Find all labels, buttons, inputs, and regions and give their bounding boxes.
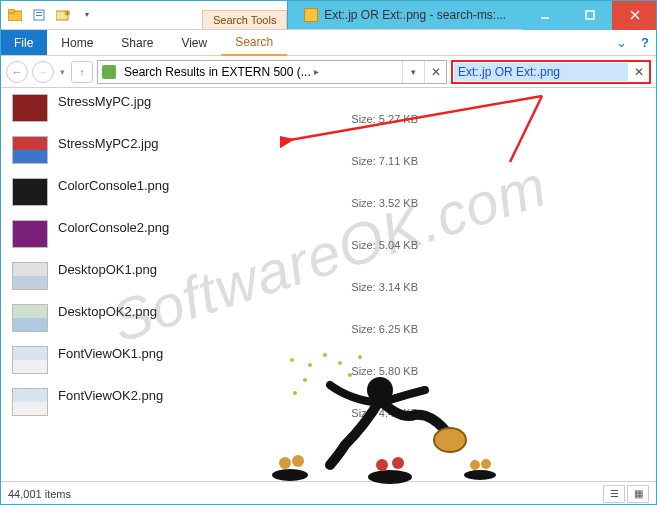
- help-icon[interactable]: ?: [633, 30, 657, 55]
- tab-search[interactable]: Search: [221, 30, 287, 56]
- tab-view[interactable]: View: [167, 30, 221, 55]
- address-dropdown-icon[interactable]: ▾: [402, 61, 424, 83]
- context-tab-search-tools[interactable]: Search Tools: [202, 10, 287, 29]
- qat-dropdown-icon[interactable]: ▾: [76, 4, 98, 26]
- file-name: ColorConsole1.png: [58, 178, 649, 193]
- close-button[interactable]: [612, 0, 657, 30]
- svg-rect-1: [8, 9, 14, 13]
- forward-button[interactable]: →: [32, 61, 54, 83]
- file-name: ColorConsole2.png: [58, 220, 649, 235]
- minimize-button[interactable]: [522, 0, 567, 30]
- chevron-right-icon[interactable]: ▸: [314, 66, 319, 77]
- file-name: FontViewOK1.png: [58, 346, 649, 361]
- file-thumbnail: [12, 94, 48, 122]
- svg-rect-4: [36, 15, 42, 16]
- list-item[interactable]: FontViewOK1.png Size: 5.80 KB: [4, 342, 657, 384]
- refresh-icon[interactable]: ✕: [424, 61, 446, 83]
- file-name: StressMyPC.jpg: [58, 94, 649, 109]
- file-size: Size: 5.27 KB: [58, 113, 418, 125]
- file-name: StressMyPC2.jpg: [58, 136, 649, 151]
- details-view-button[interactable]: ☰: [603, 485, 625, 503]
- file-name: FontViewOK2.png: [58, 388, 649, 403]
- file-size: Size: 7.11 KB: [58, 155, 418, 167]
- file-name: DesktopOK2.png: [58, 304, 649, 319]
- search-box[interactable]: ✕: [451, 60, 651, 84]
- file-size: Size: 3.14 KB: [58, 281, 418, 293]
- tab-home[interactable]: Home: [47, 30, 107, 55]
- breadcrumb-segment[interactable]: Search Results in EXTERN 500 (... ▸: [120, 65, 323, 79]
- file-size: Size: 3.52 KB: [58, 197, 418, 209]
- address-bar[interactable]: Search Results in EXTERN 500 (... ▸ ▾ ✕: [97, 60, 447, 84]
- file-size: Size: 5.04 KB: [58, 239, 418, 251]
- file-size: Size: 5.80 KB: [58, 365, 418, 377]
- file-thumbnail: [12, 346, 48, 374]
- file-thumbnail: [12, 304, 48, 332]
- list-item[interactable]: ColorConsole1.png Size: 3.52 KB: [4, 174, 657, 216]
- icons-view-button[interactable]: ▦: [627, 485, 649, 503]
- list-item[interactable]: ColorConsole2.png Size: 5.04 KB: [4, 216, 657, 258]
- list-item[interactable]: StressMyPC.jpg Size: 5.27 KB: [4, 90, 657, 132]
- list-item[interactable]: FontViewOK2.png Size: 4.46 KB: [4, 384, 657, 426]
- list-item[interactable]: DesktopOK1.png Size: 3.14 KB: [4, 258, 657, 300]
- file-thumbnail: [12, 220, 48, 248]
- file-thumbnail: [12, 136, 48, 164]
- collapse-ribbon-icon[interactable]: ⌄: [609, 30, 633, 55]
- list-item[interactable]: StressMyPC2.jpg Size: 7.11 KB: [4, 132, 657, 174]
- file-name: DesktopOK1.png: [58, 262, 649, 277]
- maximize-button[interactable]: [567, 0, 612, 30]
- file-size: Size: 6.25 KB: [58, 323, 418, 335]
- properties-icon[interactable]: [28, 4, 50, 26]
- results-list[interactable]: StressMyPC.jpg Size: 5.27 KB StressMyPC2…: [0, 88, 657, 480]
- search-input[interactable]: [454, 63, 628, 81]
- search-location-icon: [102, 65, 116, 79]
- file-thumbnail: [12, 388, 48, 416]
- clear-search-icon[interactable]: ✕: [629, 65, 649, 79]
- new-folder-icon[interactable]: ✱: [52, 4, 74, 26]
- up-button[interactable]: ↑: [71, 61, 93, 83]
- folder-title-icon: [304, 8, 318, 22]
- folder-icon: [4, 4, 26, 26]
- svg-rect-3: [36, 12, 42, 13]
- status-item-count: 44,001 items: [8, 488, 71, 500]
- svg-rect-8: [586, 11, 594, 19]
- svg-text:✱: ✱: [64, 9, 70, 18]
- list-item[interactable]: DesktopOK2.png Size: 6.25 KB: [4, 300, 657, 342]
- file-size: Size: 4.46 KB: [58, 407, 418, 419]
- back-button[interactable]: ←: [6, 61, 28, 83]
- window-title: Ext:.jp OR Ext:.png - search-ms:...: [287, 0, 522, 29]
- file-thumbnail: [12, 262, 48, 290]
- file-tab[interactable]: File: [0, 30, 47, 55]
- tab-share[interactable]: Share: [107, 30, 167, 55]
- file-thumbnail: [12, 178, 48, 206]
- recent-locations-icon[interactable]: ▾: [58, 67, 67, 77]
